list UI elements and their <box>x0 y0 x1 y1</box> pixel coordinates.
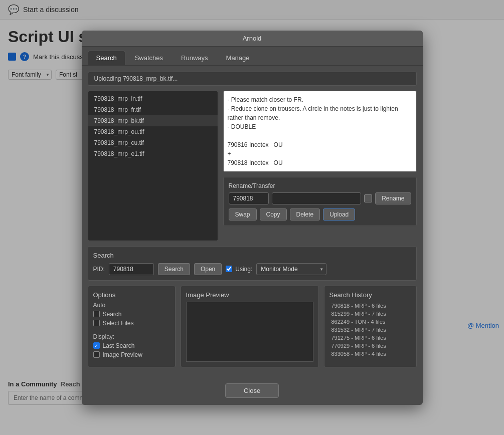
history-panel: Search History 790818 - MRP - 6 files 81… <box>324 286 417 367</box>
auto-search-option: Search <box>93 311 170 318</box>
history-item[interactable]: 790818 - MRP - 6 files <box>329 302 411 310</box>
action-row: Swap Copy Delete Upload <box>229 208 411 221</box>
last-search-option: Last Search <box>93 342 170 349</box>
auto-search-label: Search <box>103 311 122 318</box>
preview-area <box>186 302 313 362</box>
image-preview-checkbox[interactable] <box>93 351 100 358</box>
rename-button[interactable]: Rename <box>375 192 411 204</box>
history-list: 790818 - MRP - 6 files 815299 - MRP - 7 … <box>329 302 411 358</box>
close-button[interactable]: Close <box>225 383 279 398</box>
pid-input[interactable] <box>109 263 154 275</box>
rename-checkbox[interactable] <box>364 194 372 202</box>
rename-label: Rename/Transfer <box>229 182 411 189</box>
open-button[interactable]: Open <box>194 263 222 275</box>
tab-runways[interactable]: Runways <box>173 51 216 65</box>
search-section-label: Search <box>93 252 411 259</box>
notes-area[interactable]: - Please match closer to FR. - Reduce cl… <box>223 91 417 172</box>
file-list: 790818_mrp_in.tif 790818_mrp_fr.tif 7908… <box>88 91 218 241</box>
copy-button[interactable]: Copy <box>260 208 287 221</box>
image-preview-option: Image Preview <box>93 351 170 358</box>
modal-title: Arnold <box>243 35 262 42</box>
rename-input-wide[interactable] <box>272 192 362 204</box>
status-bar: Uploading 790818_mrp_bk.tif... <box>88 72 417 86</box>
using-checkbox[interactable] <box>226 266 232 272</box>
using-select[interactable]: Monitor Mode All Files Recent <box>256 263 326 275</box>
bottom-panels: Options Auto Search Select Files Display… <box>88 286 417 367</box>
auto-label: Auto <box>93 302 170 309</box>
tab-manage[interactable]: Manage <box>218 51 258 65</box>
auto-select-checkbox[interactable] <box>93 320 100 326</box>
file-item[interactable]: 790818_mrp_in.tif <box>88 93 218 104</box>
search-button[interactable]: Search <box>158 263 190 275</box>
modal-overlay: Arnold Search Swatches Runways Manage Up… <box>0 0 504 435</box>
last-search-label: Last Search <box>103 342 135 349</box>
file-item[interactable]: 790818_mrp_ou.tif <box>88 126 218 137</box>
history-item[interactable]: 833058 - MRP - 4 files <box>329 350 411 358</box>
swap-button[interactable]: Swap <box>229 208 257 221</box>
rename-input[interactable] <box>229 192 269 204</box>
file-item[interactable]: 790818_mrp_e1.tif <box>88 148 218 159</box>
display-label: Display: <box>93 333 170 340</box>
tab-swatches[interactable]: Swatches <box>126 51 172 65</box>
pid-label: PID: <box>93 266 105 273</box>
rename-section: Rename/Transfer Rename Swap Copy Delete … <box>223 177 417 226</box>
file-item[interactable]: 790818_mrp_bk.tif <box>88 115 218 126</box>
options-title: Options <box>93 291 170 299</box>
modal-footer: Close <box>82 378 423 405</box>
options-divider <box>93 330 170 330</box>
preview-panel: Image Preview <box>181 286 319 367</box>
file-item[interactable]: 790818_mrp_cu.tif <box>88 137 218 148</box>
auto-select-option: Select Files <box>93 320 170 327</box>
upload-button[interactable]: Upload <box>323 208 355 221</box>
auto-search-checkbox[interactable] <box>93 311 100 317</box>
image-preview-label: Image Preview <box>103 351 142 358</box>
history-item[interactable]: 862249 - TON - 4 files <box>329 318 411 326</box>
auto-select-label: Select Files <box>103 320 134 327</box>
using-select-wrap: Monitor Mode All Files Recent ▼ <box>256 263 326 275</box>
delete-button[interactable]: Delete <box>290 208 320 221</box>
search-section: Search PID: Search Open Using: Monitor M… <box>88 246 417 281</box>
modal-titlebar: Arnold <box>82 31 423 47</box>
history-item[interactable]: 770929 - MRP - 6 files <box>329 342 411 350</box>
right-panel: - Please match closer to FR. - Reduce cl… <box>223 91 417 241</box>
history-item[interactable]: 831532 - MRP - 7 files <box>329 326 411 334</box>
rename-row: Rename <box>229 192 411 204</box>
options-panel: Options Auto Search Select Files Display… <box>88 286 176 367</box>
modal-tabs: Search Swatches Runways Manage <box>82 47 423 66</box>
modal-body: Uploading 790818_mrp_bk.tif... 790818_mr… <box>82 66 423 378</box>
main-content: 790818_mrp_in.tif 790818_mrp_fr.tif 7908… <box>88 91 417 241</box>
history-title: Search History <box>329 291 411 299</box>
preview-title: Image Preview <box>186 291 313 299</box>
history-item[interactable]: 791275 - MRP - 6 files <box>329 334 411 342</box>
modal-dialog: Arnold Search Swatches Runways Manage Up… <box>82 31 423 405</box>
using-checkbox-row: Using: <box>226 266 252 273</box>
file-item[interactable]: 790818_mrp_fr.tif <box>88 104 218 115</box>
search-row: PID: Search Open Using: Monitor Mode All… <box>93 263 411 275</box>
history-item[interactable]: 815299 - MRP - 7 files <box>329 310 411 318</box>
last-search-checkbox[interactable] <box>93 342 100 349</box>
using-label: Using: <box>235 266 252 273</box>
tab-search[interactable]: Search <box>88 51 125 65</box>
